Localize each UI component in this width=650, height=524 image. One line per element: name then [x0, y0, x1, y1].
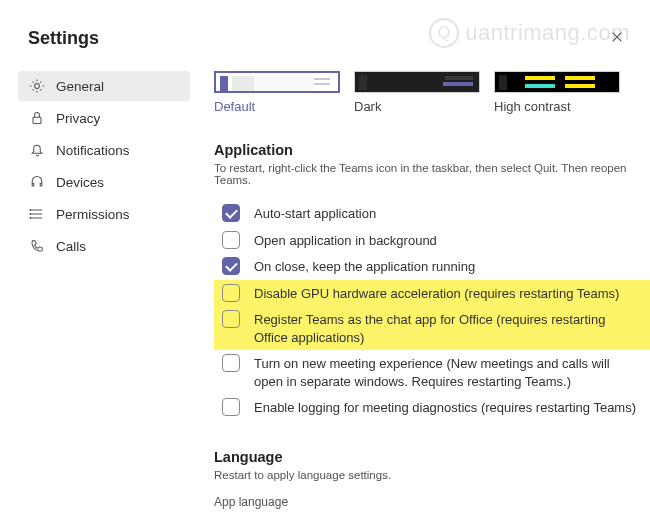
checkbox[interactable]	[222, 231, 240, 249]
bell-icon	[28, 141, 46, 159]
application-subtext: To restart, right-click the Teams icon i…	[214, 162, 650, 186]
sidebar-item-label: Privacy	[56, 111, 100, 126]
option-label: Turn on new meeting experience (New meet…	[254, 354, 642, 390]
option-label: Enable logging for meeting diagnostics (…	[254, 398, 640, 417]
option-row: On close, keep the application running	[214, 253, 650, 280]
checkbox[interactable]	[222, 204, 240, 222]
sidebar-item-label: Notifications	[56, 143, 130, 158]
sidebar-item-label: General	[56, 79, 104, 94]
settings-dialog: Q uantrimang.com Settings General Privac…	[0, 0, 650, 524]
svg-point-2	[30, 209, 31, 210]
sidebar-item-notifications[interactable]: Notifications	[18, 135, 190, 165]
option-row: Open application in background	[214, 227, 650, 254]
main-panel: Default Dark High contrast Application T…	[200, 71, 650, 509]
option-label: On close, keep the application running	[254, 257, 479, 276]
checkbox[interactable]	[222, 354, 240, 372]
gear-icon	[28, 77, 46, 95]
option-row: Enable logging for meeting diagnostics (…	[214, 394, 650, 421]
sidebar-item-general[interactable]: General	[18, 71, 190, 101]
sidebar-item-calls[interactable]: Calls	[18, 231, 190, 261]
phone-icon	[28, 237, 46, 255]
theme-thumb-default	[214, 71, 340, 93]
application-options: Auto-start applicationOpen application i…	[214, 200, 650, 421]
svg-rect-1	[33, 117, 41, 123]
svg-point-0	[35, 84, 40, 89]
language-field-label: App language	[214, 495, 650, 509]
language-heading: Language	[214, 449, 650, 465]
theme-thumb-high-contrast	[494, 71, 620, 93]
theme-default[interactable]: Default	[214, 71, 340, 114]
language-subtext: Restart to apply language settings.	[214, 469, 650, 481]
checkbox[interactable]	[222, 257, 240, 275]
theme-selector: Default Dark High contrast	[214, 71, 650, 114]
sidebar: General Privacy Notifications Devices	[0, 71, 200, 509]
sidebar-item-permissions[interactable]: Permissions	[18, 199, 190, 229]
checkbox[interactable]	[222, 310, 240, 328]
content: General Privacy Notifications Devices	[0, 71, 650, 509]
theme-label: Default	[214, 99, 340, 114]
checkbox[interactable]	[222, 284, 240, 302]
option-row: Disable GPU hardware acceleration (requi…	[214, 280, 650, 307]
svg-point-4	[30, 217, 31, 218]
svg-point-3	[30, 213, 31, 214]
sidebar-item-label: Devices	[56, 175, 104, 190]
application-heading: Application	[214, 142, 650, 158]
option-row: Register Teams as the chat app for Offic…	[214, 306, 650, 350]
option-row: Auto-start application	[214, 200, 650, 227]
option-label: Register Teams as the chat app for Offic…	[254, 310, 642, 346]
sidebar-item-label: Calls	[56, 239, 86, 254]
option-label: Auto-start application	[254, 204, 380, 223]
theme-high-contrast[interactable]: High contrast	[494, 71, 620, 114]
option-row: Turn on new meeting experience (New meet…	[214, 350, 650, 394]
sidebar-item-devices[interactable]: Devices	[18, 167, 190, 197]
list-icon	[28, 205, 46, 223]
theme-thumb-dark	[354, 71, 480, 93]
sidebar-item-label: Permissions	[56, 207, 130, 222]
theme-dark[interactable]: Dark	[354, 71, 480, 114]
sidebar-item-privacy[interactable]: Privacy	[18, 103, 190, 133]
theme-label: High contrast	[494, 99, 620, 114]
lock-icon	[28, 109, 46, 127]
option-label: Disable GPU hardware acceleration (requi…	[254, 284, 623, 303]
option-label: Open application in background	[254, 231, 441, 250]
checkbox[interactable]	[222, 398, 240, 416]
headset-icon	[28, 173, 46, 191]
close-button[interactable]	[608, 30, 626, 48]
page-title: Settings	[0, 18, 650, 71]
theme-label: Dark	[354, 99, 480, 114]
